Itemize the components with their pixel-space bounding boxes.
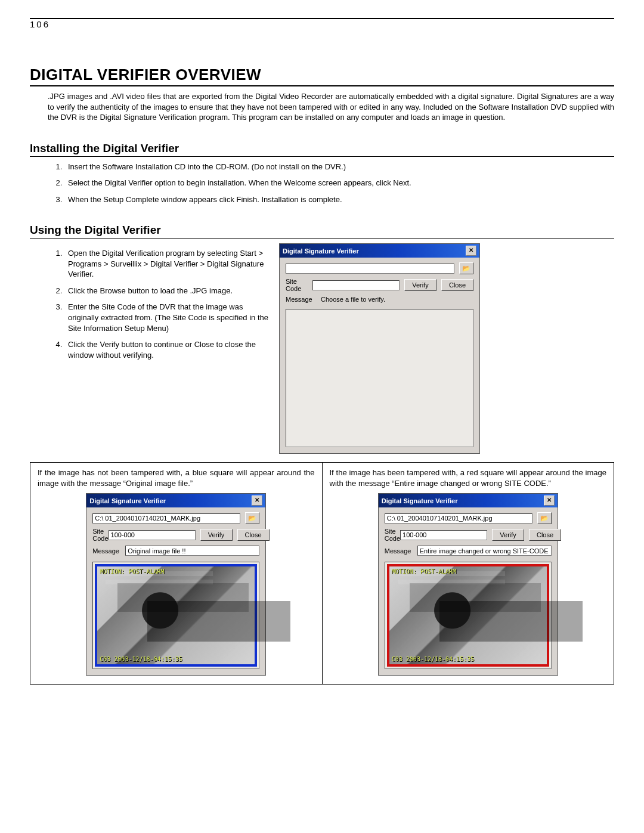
window-title: Digital Signature Verifier — [283, 247, 359, 255]
verified-bad-frame: MOTION: POST-ALARM C03 2003-12/18-04:15:… — [387, 564, 549, 667]
browse-button[interactable]: 📂 — [459, 262, 473, 274]
verify-button[interactable]: Verify — [404, 279, 436, 291]
verifier-window-good: Digital Signature Verifier ✕ 📂 — [86, 493, 266, 676]
verifier-window-bad: Digital Signature Verifier ✕ 📂 — [378, 493, 558, 676]
sitecode-label: Site Code — [385, 528, 400, 542]
close-icon[interactable]: ✕ — [544, 496, 555, 506]
file-path-input[interactable] — [92, 513, 240, 524]
cctv-overlay-top: MOTION: POST-ALARM — [392, 568, 544, 575]
sitecode-input[interactable] — [312, 280, 400, 290]
browse-button[interactable]: 📂 — [245, 512, 259, 524]
sitecode-label: Site Code — [92, 528, 108, 542]
titlebar[interactable]: Digital Signature Verifier ✕ — [379, 494, 558, 507]
close-icon[interactable]: ✕ — [252, 496, 262, 506]
folder-open-icon: 📂 — [248, 515, 256, 522]
titlebar[interactable]: Digital Signature Verifier ✕ — [280, 244, 479, 258]
install-heading: Installing the Digital Verifier — [30, 142, 614, 157]
using-steps-list: Open the Digital Verification program by… — [47, 248, 268, 360]
list-item: Insert the Software Installation CD into… — [64, 162, 614, 172]
window-title: Digital Signature Verifier — [382, 497, 458, 504]
list-item: Click the Verify button to continue or C… — [64, 339, 268, 360]
message-label: Message — [385, 547, 417, 555]
file-path-input[interactable] — [385, 513, 532, 524]
file-path-input[interactable] — [286, 264, 454, 274]
list-item: Select the Digital Verifier option to be… — [64, 178, 614, 188]
cctv-overlay-bottom: C03 2003-12/18-04:15:35 — [392, 656, 544, 662]
window-title: Digital Signature Verifier — [89, 497, 166, 504]
list-item: Click the Browse button to load the .JPG… — [64, 286, 268, 296]
verify-button[interactable]: Verify — [492, 529, 524, 541]
cctv-image: MOTION: POST-ALARM C03 2003-12/18-04:15:… — [97, 566, 255, 664]
close-icon[interactable]: ✕ — [466, 246, 476, 256]
close-button[interactable]: Close — [441, 279, 473, 291]
cctv-image: MOTION: POST-ALARM C03 2003-12/18-04:15:… — [389, 566, 547, 664]
verifier-window-empty: Digital Signature Verifier ✕ 📂 Site Code… — [279, 243, 480, 454]
list-item: Open the Digital Verification program by… — [64, 248, 268, 280]
folder-open-icon: 📂 — [540, 515, 549, 522]
intro-paragraph: .JPG images and .AVI video files that ar… — [48, 91, 614, 123]
using-heading: Using the Digital Verifier — [30, 224, 614, 239]
cctv-overlay-bottom: C03 2003-12/18-04:15:35 — [100, 656, 252, 662]
image-preview-empty — [286, 309, 473, 447]
browse-button[interactable]: 📂 — [537, 512, 552, 524]
main-heading: DIGITAL VERIFIER OVERVIEW — [30, 66, 614, 86]
results-table: If the image has not been tampered with,… — [30, 462, 614, 685]
close-button[interactable]: Close — [529, 529, 561, 541]
page-header: 106 — [30, 18, 614, 30]
install-steps-list: Insert the Software Installation CD into… — [47, 162, 614, 205]
sitecode-input[interactable] — [400, 530, 487, 540]
message-text — [125, 546, 259, 556]
sitecode-label: Site Code — [286, 278, 312, 292]
message-label: Message — [286, 296, 318, 303]
page-number: 106 — [30, 19, 54, 29]
sitecode-input[interactable] — [109, 530, 196, 540]
image-preview-good: MOTION: POST-ALARM C03 2003-12/18-04:15:… — [92, 562, 259, 669]
verified-good-frame: MOTION: POST-ALARM C03 2003-12/18-04:15:… — [95, 564, 257, 667]
bad-result-description: If the image has been tampered with, a r… — [330, 467, 607, 488]
message-label: Message — [92, 547, 125, 555]
list-item: When the Setup Complete window appears c… — [64, 194, 614, 205]
close-button[interactable]: Close — [237, 529, 270, 541]
good-result-description: If the image has not been tampered with,… — [38, 467, 315, 488]
message-text: Choose a file to verify. — [318, 296, 385, 303]
verify-button[interactable]: Verify — [200, 529, 233, 541]
list-item: Enter the Site Code of the DVR that the … — [64, 302, 268, 333]
folder-open-icon: 📂 — [462, 265, 470, 272]
titlebar[interactable]: Digital Signature Verifier ✕ — [86, 494, 265, 507]
cctv-overlay-top: MOTION: POST-ALARM — [100, 568, 252, 575]
image-preview-bad: MOTION: POST-ALARM C03 2003-12/18-04:15:… — [385, 562, 552, 669]
message-text — [417, 546, 552, 556]
